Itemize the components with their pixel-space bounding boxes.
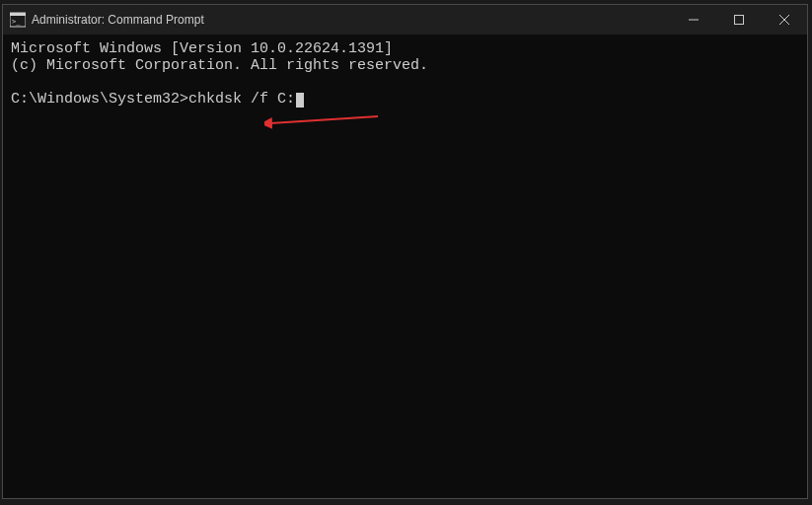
- prompt-line: C:\Windows\System32>chkdsk /f C:: [11, 91, 799, 108]
- output-line: Microsoft Windows [Version 10.0.22624.13…: [11, 40, 799, 57]
- svg-line-8: [270, 116, 378, 123]
- window-controls: [671, 5, 807, 35]
- output-line: (c) Microsoft Corporation. All rights re…: [11, 57, 799, 74]
- minimize-button[interactable]: [671, 5, 716, 35]
- svg-rect-1: [10, 13, 26, 16]
- cmd-icon: >_: [10, 12, 26, 28]
- command-prompt-window: >_ Administrator: Command Prompt Microso…: [2, 4, 808, 499]
- window-title: Administrator: Command Prompt: [32, 13, 204, 27]
- maximize-button[interactable]: [716, 5, 762, 35]
- terminal-output[interactable]: Microsoft Windows [Version 10.0.22624.13…: [3, 35, 807, 498]
- typed-command: chkdsk /f C:: [188, 91, 295, 108]
- svg-text:>_: >_: [12, 18, 21, 26]
- svg-rect-4: [735, 16, 744, 25]
- annotation-arrow-icon: [264, 110, 383, 130]
- close-button[interactable]: [762, 5, 807, 35]
- titlebar[interactable]: >_ Administrator: Command Prompt: [3, 5, 807, 35]
- prompt-path: C:\Windows\System32>: [11, 91, 188, 108]
- blank-line: [11, 74, 799, 91]
- text-cursor: [296, 93, 304, 108]
